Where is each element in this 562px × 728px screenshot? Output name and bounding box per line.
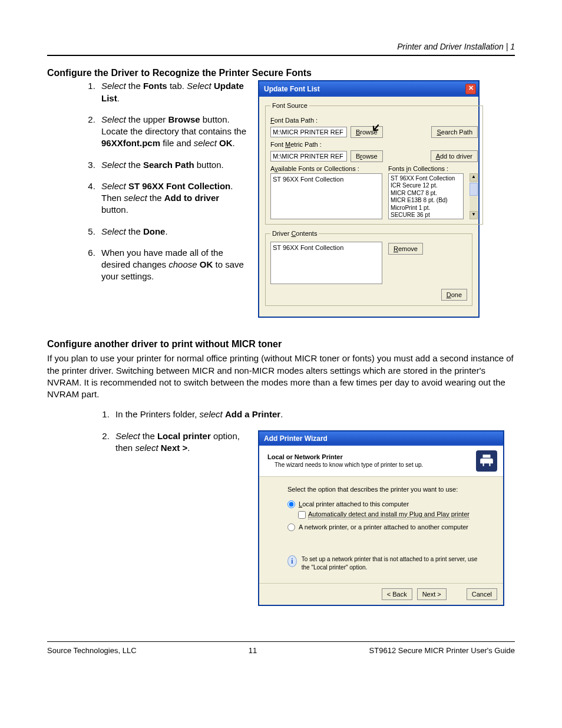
search-path-button[interactable]: Search Path	[431, 126, 478, 138]
radio-network-label: A network printer, or a printer attached…	[299, 523, 468, 532]
footer-left: Source Technologies, LLC	[47, 645, 137, 656]
page-header-right: Printer and Driver Installation | 1	[47, 41, 515, 55]
radio-local[interactable]	[287, 500, 295, 508]
done-button[interactable]: Done	[441, 289, 467, 301]
auto-detect-checkbox[interactable]: Automatically detect and install my Plug…	[298, 510, 487, 519]
font-metric-path-label: Font Metric Path :	[270, 140, 478, 149]
step-2: Select the upper Browse button. Locate t…	[98, 114, 247, 150]
step-3: Select the Search Path button.	[98, 159, 247, 171]
wizard-head-subtitle: The wizard needs to know which type of p…	[275, 461, 470, 469]
step-5: Select the Done.	[98, 226, 247, 238]
section1-title: Configure the Driver to Recognize the Pr…	[47, 67, 515, 80]
printer-icon	[476, 450, 497, 472]
wizard-prompt: Select the option that describes the pri…	[287, 485, 487, 494]
checkbox-autodetect[interactable]	[298, 511, 306, 519]
radio-local-label: Local printer attached to this computer	[299, 500, 409, 509]
sec2-step-2: Select the Local printer option, then se…	[112, 430, 247, 454]
list-item[interactable]: ST 96XX Font Collection	[273, 243, 380, 252]
footer-right: ST9612 Secure MICR Printer User's Guide	[369, 645, 515, 656]
scroll-down-icon[interactable]: ▼	[470, 211, 478, 219]
available-fonts-listbox[interactable]: ST 96XX Font Collection	[270, 173, 382, 219]
header-rule	[47, 55, 515, 56]
fonts-in-collections-label: Fonts in Collections :	[388, 164, 448, 173]
back-button[interactable]: < Back	[382, 588, 412, 600]
add-printer-wizard-dialog: Add Printer Wizard Local or Network Prin…	[258, 430, 504, 606]
dialog1-titlebar[interactable]: Update Font List ✕	[259, 81, 478, 97]
local-printer-radio[interactable]: Local printer attached to this computer	[287, 500, 487, 509]
radio-network[interactable]	[287, 523, 295, 531]
checkbox-autodetect-label: Automatically detect and install my Plug…	[308, 510, 470, 519]
network-printer-radio[interactable]: A network printer, or a printer attached…	[287, 523, 487, 532]
font-metric-path-input[interactable]	[270, 151, 347, 162]
add-to-driver-button[interactable]: Add to driver	[431, 150, 478, 162]
font-source-legend: Font Source	[270, 101, 309, 110]
section1-steps: Select the Fonts tab. Select Update List…	[98, 80, 247, 282]
remove-button[interactable]: Remove	[388, 243, 423, 255]
scroll-thumb[interactable]	[470, 183, 478, 196]
fonts-in-collections-listbox[interactable]: ST 96XX Font Collection ICR Secure 12 pt…	[388, 173, 464, 219]
dialog1-title: Update Font List	[264, 84, 320, 94]
driver-contents-legend: Driver Contents	[270, 229, 319, 238]
list-item[interactable]: ST 96XX Font Collection	[391, 175, 461, 183]
step-6: When you have made all of the desired ch…	[98, 247, 247, 283]
browse-button-2[interactable]: Browse	[351, 150, 383, 162]
font-data-path-input[interactable]	[270, 127, 347, 137]
section2-title: Configure another driver to print withou…	[47, 338, 515, 351]
section2-body: If you plan to use your printer for norm…	[47, 353, 515, 400]
wizard-head-title: Local or Network Printer	[267, 453, 470, 462]
list-item[interactable]: MicroPrint 1 pt.	[391, 205, 461, 212]
list-item[interactable]: MICR E13B 8 pt. (Bd)	[391, 197, 461, 205]
next-button[interactable]: Next >	[417, 588, 447, 600]
footer-page-number: 11	[249, 645, 257, 656]
cancel-button[interactable]: Cancel	[467, 588, 497, 600]
close-icon[interactable]: ✕	[465, 84, 476, 94]
list-item[interactable]: SECURE 36 pt	[391, 212, 461, 219]
driver-contents-group: Driver Contents ST 96XX Font Collection …	[265, 229, 472, 306]
list-item[interactable]: ICR Secure 12 pt.	[391, 182, 461, 190]
step-4: Select ST 96XX Font Collection. Then sel…	[98, 180, 247, 216]
available-fonts-label: Available Fonts or Collections :	[270, 164, 382, 173]
step-1: Select the Fonts tab. Select Update List…	[98, 80, 247, 104]
info-icon: i	[287, 555, 297, 567]
dialog2-titlebar[interactable]: Add Printer Wizard	[259, 431, 503, 446]
font-source-group: Font Source Font Data Path : Browse Sear…	[265, 101, 483, 224]
sec2-step-1: In the Printers folder, select Add a Pri…	[112, 409, 515, 420]
wizard-info-text: To set up a network printer that is not …	[302, 555, 487, 571]
scrollbar[interactable]: ▲ ▼	[470, 173, 478, 219]
dialog2-title: Add Printer Wizard	[264, 434, 328, 443]
list-item[interactable]: MICR CMC7 8 pt.	[391, 190, 461, 197]
driver-contents-listbox[interactable]: ST 96XX Font Collection	[270, 242, 382, 284]
scroll-up-icon[interactable]: ▲	[470, 173, 478, 182]
list-item[interactable]: ST 96XX Font Collection	[273, 175, 380, 184]
update-font-list-dialog: Update Font List ✕ Font Source Font Data…	[258, 80, 480, 317]
